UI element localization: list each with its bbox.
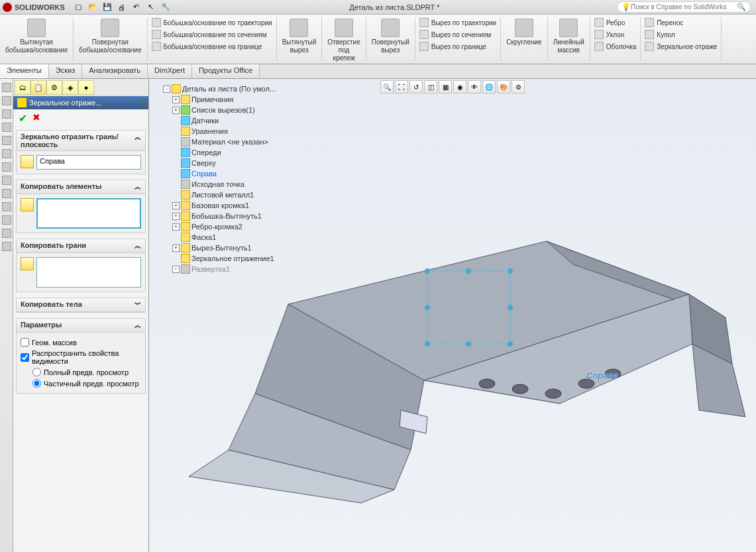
search-icon[interactable]: 🔍 [737,3,746,11]
tree-toggle-icon[interactable]: + [172,266,180,273]
qat-save-icon[interactable]: 💾 [101,1,114,13]
tree-item-flatpattern[interactable]: +Развертка1 [172,264,309,274]
hole-wizard-button[interactable]: Отверстие под крепеж [325,17,362,64]
tab-office[interactable]: Продукты Office [192,64,260,78]
extruded-cut-button[interactable]: Вытянутый вырез [280,17,319,56]
dome-button[interactable]: Купол [643,29,718,40]
shell-button[interactable]: Оболочка [593,41,638,52]
revolved-cut-button[interactable]: Повернутый вырез [369,17,412,56]
tree-item-origin[interactable]: Исходная точка [172,179,309,190]
tab-dimxpert[interactable]: DimXpert [148,64,192,78]
rail-icon-8[interactable] [2,176,11,185]
tree-item-top-plane[interactable]: Сверху [172,158,309,168]
geom-pattern-row[interactable]: Геом. массив [21,337,141,348]
section-view-icon[interactable]: ◫ [424,80,437,93]
tree-item-right-plane[interactable]: Справа [172,168,309,179]
rail-icon-4[interactable] [2,123,11,132]
prev-view-icon[interactable]: ↺ [409,80,423,93]
pm-tab-feature-tree[interactable]: 🗂 [15,80,30,95]
qat-undo-icon[interactable]: ↶ [130,1,143,13]
pm-section-options-head[interactable]: Параметры ︽ [17,319,145,333]
tree-item-sheetmetal[interactable]: Листовой металл1 [172,190,309,200]
pm-help-button[interactable]: ? [140,99,144,107]
tree-item-sensors[interactable]: Датчики [172,115,309,126]
tab-features[interactable]: Элементы [0,64,49,78]
rib-button[interactable]: Ребро [593,17,638,28]
rail-icon-3[interactable] [2,109,11,119]
tree-item-cutlist[interactable]: +Список вырезов(1) [172,105,309,115]
tree-toggle-icon[interactable]: + [172,213,180,220]
pm-tab-config[interactable]: ⚙ [46,80,62,95]
extruded-boss-button[interactable]: Вытянутая бобышка/основание [3,17,70,56]
qat-select-icon[interactable]: ↖ [144,1,158,13]
geom-pattern-checkbox[interactable] [21,338,29,347]
rail-icon-9[interactable] [2,189,11,198]
rail-icon-6[interactable] [2,149,11,158]
tree-item-cut-extrude[interactable]: +Вырез-Вытянуть1 [172,243,309,253]
tree-item-base-flange[interactable]: +Базовая кромка1 [172,200,309,211]
tree-item-boss-extrude[interactable]: +Бобышка-Вытянуть1 [172,211,309,221]
faces-to-mirror-field[interactable] [36,257,141,288]
linear-pattern-button[interactable]: Линейный массив [551,17,587,56]
qat-new-icon[interactable]: ▢ [72,1,85,13]
tree-toggle-icon[interactable]: + [172,223,180,231]
hide-show-icon[interactable]: 👁 [468,80,481,93]
loft-cut-button[interactable]: Вырез по сечениям [418,29,498,40]
pm-tab-dimxpert[interactable]: ◈ [62,80,78,95]
tab-sketch[interactable]: Эскиз [49,64,82,78]
tree-root[interactable]: - Деталь из листа (По умол... [163,83,309,94]
mirror-button[interactable]: Зеркальное отраже [643,41,718,52]
pm-tab-property-manager[interactable]: 📋 [30,80,46,95]
tree-item-front-plane[interactable]: Спереди [172,147,309,158]
swept-boss-button[interactable]: Бобышка/основание по траектории [150,17,274,28]
tree-item-edge-flange[interactable]: +Ребро-кромка2 [172,221,309,232]
tree-item-equations[interactable]: Уравнения [172,126,309,137]
tree-toggle-icon[interactable]: + [172,202,180,209]
mirror-plane-field[interactable]: Справа [36,155,141,170]
tree-item-chamfer[interactable]: Фаска1 [172,232,309,243]
rail-icon-5[interactable] [2,136,11,145]
qat-open-icon[interactable]: 📂 [86,1,99,13]
rail-icon-10[interactable] [2,202,11,211]
pm-section-bodies-head[interactable]: Копировать тела ︾ [17,298,145,312]
rail-icon-7[interactable] [2,162,11,172]
scene-icon[interactable]: 🌐 [482,80,496,93]
zoom-area-icon[interactable]: ⛶ [395,80,408,93]
pm-ok-button[interactable]: ✔ [19,112,27,125]
tree-item-annotations[interactable]: +Примечания [172,94,309,105]
features-to-mirror-field[interactable] [36,198,141,229]
draft-button[interactable]: Уклон [593,29,638,40]
tab-evaluate[interactable]: Анализировать [82,64,148,78]
revolved-boss-button[interactable]: Повернутая бобышка/основание [76,17,144,56]
loft-boss-button[interactable]: Бобышка/основание по сечениям [150,29,274,40]
pm-section-faces-head[interactable]: Копировать грани ︽ [17,239,145,253]
rail-icon-1[interactable] [2,83,11,92]
rail-icon-12[interactable] [2,229,11,238]
full-preview-radio[interactable] [32,368,41,376]
display-style-icon[interactable]: ◉ [453,80,466,93]
tree-toggle-icon[interactable]: - [163,85,170,93]
rail-icon-11[interactable] [2,215,11,225]
pm-cancel-button[interactable]: ✖ [32,112,40,125]
qat-print-icon[interactable]: 🖨 [115,1,129,13]
tree-item-mirror[interactable]: Зеркальное отражение1 [172,253,309,264]
pm-tab-display[interactable]: ● [78,80,94,95]
zoom-fit-icon[interactable]: 🔍 [380,80,394,93]
fillet-button[interactable]: Скругление [504,17,545,48]
help-search-input[interactable] [631,3,737,11]
settings-icon[interactable]: ⚙ [512,80,525,93]
feature-tree-flyout[interactable]: - Деталь из листа (По умол... +Примечани… [163,83,309,274]
qat-rebuild-icon[interactable]: 🔧 [159,1,172,13]
pm-section-features-head[interactable]: Копировать элементы ︽ [17,180,145,194]
tree-toggle-icon[interactable]: + [172,96,180,103]
view-orient-icon[interactable]: ▦ [439,80,452,93]
tree-item-material[interactable]: Материал <не указан> [172,137,309,147]
appearance-icon[interactable]: 🎨 [497,80,510,93]
tree-toggle-icon[interactable]: + [172,107,180,114]
wrap-button[interactable]: Перенос [643,17,718,28]
tree-toggle-icon[interactable]: + [172,245,180,252]
rail-icon-13[interactable] [2,242,11,251]
rail-icon-2[interactable] [2,96,11,105]
plane-label[interactable]: Справа [586,370,618,380]
partial-preview-row[interactable]: Частичный предв. просмотр [21,378,141,389]
